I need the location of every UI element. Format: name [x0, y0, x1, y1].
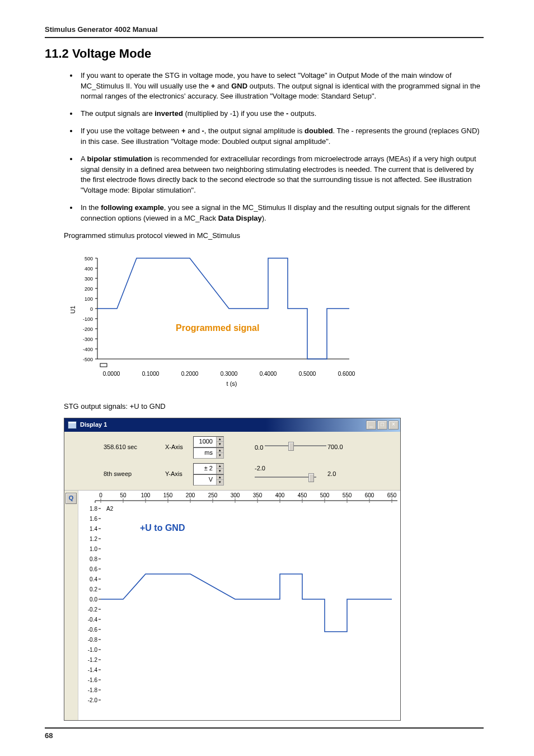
svg-text:0.2: 0.2: [90, 586, 97, 592]
svg-text:50: 50: [120, 492, 127, 498]
list-item: The output signals are inverted (multipl…: [78, 109, 484, 119]
zoom-button[interactable]: Q: [65, 493, 77, 504]
svg-text:0.4000: 0.4000: [260, 371, 277, 377]
svg-text:1.6: 1.6: [90, 516, 97, 522]
programmed-signal-chart: 500 400 300 200 100 0 -100 -200 -300 -40…: [64, 247, 355, 393]
svg-text:400: 400: [85, 266, 93, 272]
svg-text:-200: -200: [83, 326, 93, 332]
y-axis-unit-input[interactable]: V ▴▾: [193, 474, 224, 486]
sweep-readout: 8th sweep: [104, 470, 165, 479]
y-range-slider[interactable]: [255, 473, 316, 481]
data-display-window: Display 1 _ □ × 358.610 sec X-Axis 1000 …: [64, 418, 401, 721]
list-item: A bipolar stimulation is recommended for…: [78, 154, 484, 196]
list-item: If you use the voltage between + and -, …: [78, 126, 484, 147]
svg-text:0.2000: 0.2000: [181, 371, 199, 377]
svg-text:-0.6: -0.6: [88, 627, 98, 633]
svg-text:200: 200: [85, 286, 93, 292]
svg-text:0.1000: 0.1000: [142, 371, 160, 377]
svg-text:100: 100: [85, 296, 93, 302]
svg-text:550: 550: [343, 492, 352, 498]
svg-text:1.0: 1.0: [90, 546, 97, 552]
footer-rule: [45, 727, 484, 729]
svg-text:0: 0: [99, 492, 102, 498]
svg-text:0.3000: 0.3000: [221, 371, 238, 377]
svg-text:1.4: 1.4: [90, 526, 97, 532]
svg-text:300: 300: [231, 492, 240, 498]
svg-text:A2: A2: [106, 506, 114, 512]
window-icon: [68, 421, 77, 429]
svg-text:0.5000: 0.5000: [299, 371, 316, 377]
svg-text:-100: -100: [83, 316, 93, 322]
y-axis-label: Y-Axis: [165, 470, 193, 479]
svg-text:0.0: 0.0: [90, 596, 97, 603]
svg-text:-1.0: -1.0: [88, 647, 98, 653]
svg-text:-0.2: -0.2: [88, 606, 98, 613]
svg-text:-500: -500: [83, 357, 93, 362]
y-slider-min: -2.0: [255, 465, 265, 472]
figure-caption: Programmed stimulus protocol viewed in M…: [64, 231, 484, 241]
list-item: If you want to operate the STG in voltag…: [78, 71, 484, 102]
svg-text:-1.2: -1.2: [88, 657, 98, 663]
svg-text:1.8: 1.8: [90, 506, 97, 512]
svg-text:200: 200: [186, 492, 195, 498]
x-slider-min: 0.0: [255, 444, 263, 451]
y-slider-max: 2.0: [327, 470, 361, 479]
header-rule: [45, 37, 484, 38]
svg-text:0: 0: [90, 306, 93, 312]
y-axis-value-input[interactable]: ± 2 ▴▾: [193, 463, 224, 474]
time-readout: 358.610 sec: [104, 443, 165, 452]
svg-text:100: 100: [141, 492, 151, 498]
bullet-list: If you want to operate the STG in voltag…: [64, 71, 484, 224]
svg-text:600: 600: [365, 492, 374, 498]
svg-text:500: 500: [320, 492, 330, 498]
svg-text:150: 150: [163, 492, 173, 498]
svg-text:500: 500: [85, 256, 93, 262]
svg-text:-400: -400: [83, 347, 93, 352]
svg-text:-0.4: -0.4: [88, 617, 98, 623]
svg-text:-0.8: -0.8: [88, 637, 98, 643]
svg-text:0.4: 0.4: [90, 576, 97, 582]
svg-text:0.0000: 0.0000: [103, 371, 120, 377]
svg-text:250: 250: [208, 492, 218, 498]
svg-text:-300: -300: [83, 337, 93, 342]
running-header: Stimulus Generator 4002 Manual: [45, 25, 484, 37]
spinner-icon[interactable]: ▴▾: [216, 475, 223, 485]
figure-caption: STG output signals: +U to GND: [64, 402, 484, 412]
section-heading: 11.2 Voltage Mode: [45, 45, 484, 63]
svg-text:400: 400: [275, 492, 285, 498]
svg-text:+U to GND: +U to GND: [140, 523, 185, 533]
x-slider-max: 700.0: [327, 443, 361, 452]
spinner-icon[interactable]: ▴▾: [216, 464, 223, 474]
svg-text:U1: U1: [69, 306, 76, 314]
svg-text:1.2: 1.2: [90, 536, 97, 542]
minimize-button[interactable]: _: [366, 421, 376, 430]
close-button[interactable]: ×: [388, 421, 399, 430]
svg-text:t (s): t (s): [227, 380, 237, 387]
svg-text:Programmed signal: Programmed signal: [176, 323, 259, 333]
svg-text:0.6000: 0.6000: [338, 371, 355, 377]
svg-text:0.8: 0.8: [90, 556, 97, 562]
svg-text:650: 650: [387, 492, 397, 498]
x-axis-unit-input[interactable]: ms ▴▾: [193, 447, 224, 459]
maximize-button[interactable]: □: [377, 421, 387, 430]
svg-rect-31: [100, 363, 107, 367]
x-axis-label: X-Axis: [165, 443, 193, 452]
axis-toolbar: 358.610 sec X-Axis 1000 ▴▾ ms ▴▾ 0.0: [64, 432, 400, 491]
svg-text:300: 300: [85, 276, 93, 282]
window-titlebar[interactable]: Display 1 _ □ ×: [64, 418, 400, 432]
svg-text:0.6: 0.6: [90, 566, 97, 572]
display-graph[interactable]: 0 50 100 150 200 250 300 350 400 450 500…: [78, 491, 400, 720]
svg-text:-2.0: -2.0: [88, 697, 98, 703]
x-range-slider[interactable]: [265, 442, 326, 450]
spinner-icon[interactable]: ▴▾: [216, 437, 223, 447]
window-title: Display 1: [80, 421, 107, 430]
spinner-icon[interactable]: ▴▾: [216, 448, 223, 458]
svg-text:450: 450: [298, 492, 307, 498]
svg-text:-1.6: -1.6: [88, 677, 98, 683]
list-item: In the following example, you see a sign…: [78, 203, 484, 224]
x-axis-value-input[interactable]: 1000 ▴▾: [193, 436, 224, 447]
svg-text:-1.8: -1.8: [88, 687, 98, 693]
page-number: 68: [45, 731, 484, 741]
svg-text:-1.4: -1.4: [88, 667, 98, 673]
svg-text:350: 350: [253, 492, 263, 498]
